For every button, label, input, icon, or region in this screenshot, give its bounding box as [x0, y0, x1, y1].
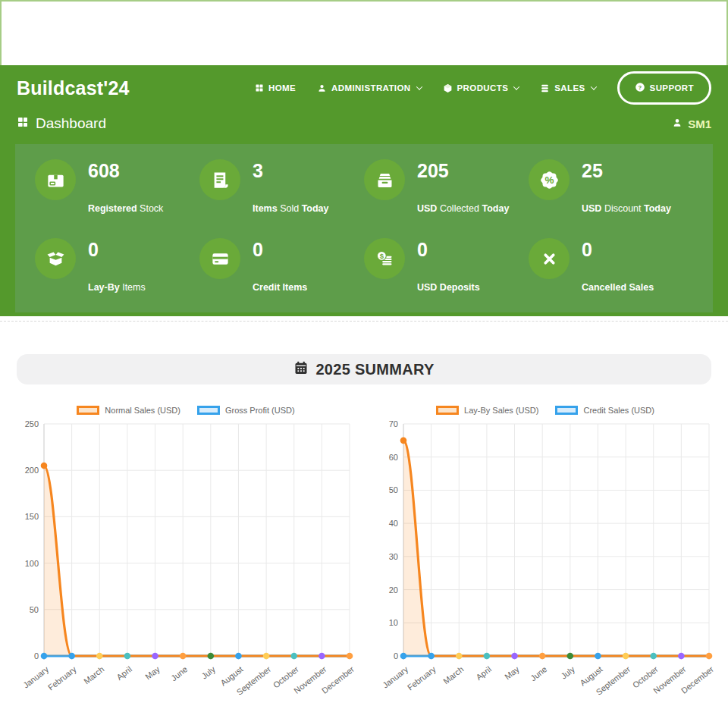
stat-label: Registered Stock — [88, 203, 199, 215]
user-icon — [317, 83, 327, 93]
chevron-down-icon — [513, 83, 519, 89]
stat-label: USD Deposits — [417, 282, 529, 294]
svg-text:%: % — [544, 174, 554, 186]
stat-label: USD Discount Today — [582, 203, 693, 215]
cancel-x-icon — [529, 238, 570, 279]
legend-item[interactable]: Credit Sales (USD) — [555, 406, 654, 415]
stat-value: 608 — [88, 162, 199, 192]
stat-label: Lay-By Items — [88, 282, 199, 294]
nav-item-administration[interactable]: ADMINISTRATION — [317, 83, 421, 93]
support-label: SUPPORT — [650, 83, 694, 93]
svg-text:50: 50 — [30, 605, 39, 614]
svg-text:June: June — [169, 664, 189, 682]
legend-item[interactable]: Lay-By Sales (USD) — [436, 406, 538, 415]
legend-swatch — [436, 406, 459, 415]
legend-label: Gross Profit (USD) — [225, 406, 295, 415]
nav-item-label: ADMINISTRATION — [331, 83, 410, 93]
stat-card-registered-stock: 608 Registered Stock — [35, 159, 199, 215]
svg-text:April: April — [115, 664, 133, 682]
svg-text:0: 0 — [394, 651, 398, 661]
svg-text:30: 30 — [389, 552, 398, 561]
chart-normal-sales: Normal Sales (USD) Gross Profit (USD) 05… — [17, 406, 355, 703]
svg-text:February: February — [46, 664, 78, 692]
stat-value: 3 — [253, 162, 364, 192]
svg-text:0: 0 — [34, 651, 39, 661]
page-title: Dashboard — [17, 115, 106, 132]
stat-card-cancelled-sales: 0 Cancelled Sales — [529, 238, 693, 294]
nav-item-sales[interactable]: SALES — [540, 83, 595, 93]
stat-card-usd-discount: % 25 USD Discount Today — [529, 159, 693, 215]
legend-item[interactable]: Gross Profit (USD) — [197, 406, 295, 415]
chart-layby-sales: Lay-By Sales (USD) Credit Sales (USD) 01… — [376, 406, 714, 703]
open-box-icon — [35, 238, 76, 279]
nav-item-label: HOME — [268, 83, 296, 93]
deposits-icon: $ — [364, 238, 405, 279]
svg-text:May: May — [503, 664, 521, 682]
stats-panel: 608 Registered Stock 3 Items Sold Today … — [15, 144, 713, 312]
svg-text:?: ? — [638, 84, 642, 91]
stat-value: 0 — [253, 240, 364, 271]
svg-text:July: July — [199, 664, 217, 681]
support-button[interactable]: ? SUPPORT — [617, 71, 711, 105]
stat-label: Items Sold Today — [253, 203, 364, 215]
stat-card-items-sold: 3 Items Sold Today — [199, 159, 364, 215]
username: SM1 — [688, 118, 711, 130]
stat-label: Credit Items — [253, 282, 364, 294]
stat-label: USD Collected Today — [417, 203, 529, 215]
cash-drawer-icon — [364, 159, 405, 200]
user-badge[interactable]: SM1 — [672, 118, 711, 130]
svg-text:10: 10 — [389, 618, 398, 627]
dashed-separator — [0, 321, 728, 322]
calendar-icon — [293, 360, 309, 378]
subheader: Dashboard SM1 — [0, 111, 728, 141]
line-chart-canvas[interactable]: 010203040506070JanuaryFebruaryMarchApril… — [376, 416, 714, 703]
brand-logo: Buildcast'24 — [17, 77, 130, 99]
stat-value: 205 — [417, 162, 529, 192]
box-icon — [443, 83, 453, 93]
nav-item-label: PRODUCTS — [457, 83, 509, 93]
receipt-icon — [199, 159, 240, 200]
svg-text:60: 60 — [389, 453, 398, 462]
person-icon — [672, 118, 682, 130]
stat-card-usd-collected: 205 USD Collected Today — [364, 159, 529, 215]
svg-text:40: 40 — [389, 519, 398, 528]
grid-icon — [255, 83, 264, 93]
svg-text:July: July — [559, 664, 576, 681]
nav-menu: HOME ADMINISTRATION PRODUCTS SALES ? SUP… — [255, 71, 711, 105]
package-icon — [35, 159, 76, 200]
nav-item-home[interactable]: HOME — [255, 83, 296, 93]
svg-text:May: May — [143, 664, 162, 682]
svg-text:50: 50 — [389, 485, 398, 494]
nav-item-products[interactable]: PRODUCTS — [443, 83, 519, 93]
svg-text:150: 150 — [25, 512, 39, 521]
stat-card-credit-items: 0 Credit Items — [199, 238, 364, 294]
svg-text:March: March — [82, 664, 105, 686]
discount-icon: % — [529, 159, 570, 200]
svg-text:20: 20 — [389, 585, 398, 595]
legend-swatch — [555, 406, 578, 415]
stat-label: Cancelled Sales — [582, 282, 693, 294]
stat-value: 0 — [88, 240, 199, 271]
header-block: Buildcast'24 HOME ADMINISTRATION PRODUCT… — [0, 65, 728, 316]
summary-title: 2025 SUMMARY — [315, 361, 434, 378]
svg-text:100: 100 — [25, 559, 39, 568]
svg-text:$: $ — [379, 251, 384, 259]
legend-label: Lay-By Sales (USD) — [464, 406, 538, 415]
credit-card-icon — [199, 238, 240, 279]
legend-item[interactable]: Normal Sales (USD) — [77, 406, 180, 415]
svg-text:70: 70 — [389, 419, 398, 428]
stat-card-usd-deposits: $ 0 USD Deposits — [364, 238, 529, 294]
dashboard-grid-icon — [17, 115, 29, 132]
top-white-strip — [0, 0, 728, 65]
summary-header: 2025 SUMMARY — [17, 354, 711, 384]
svg-text:February: February — [406, 664, 438, 692]
svg-text:March: March — [441, 664, 465, 686]
svg-text:April: April — [474, 664, 493, 682]
question-circle-icon: ? — [635, 82, 645, 94]
stat-card-layby-items: 0 Lay-By Items — [35, 238, 199, 294]
coins-icon — [540, 83, 550, 93]
chevron-down-icon — [590, 83, 596, 89]
chart-legend: Lay-By Sales (USD) Credit Sales (USD) — [376, 406, 714, 415]
line-chart-canvas[interactable]: 050100150200250JanuaryFebruaryMarchApril… — [17, 416, 355, 703]
charts-row: Normal Sales (USD) Gross Profit (USD) 05… — [0, 406, 728, 703]
